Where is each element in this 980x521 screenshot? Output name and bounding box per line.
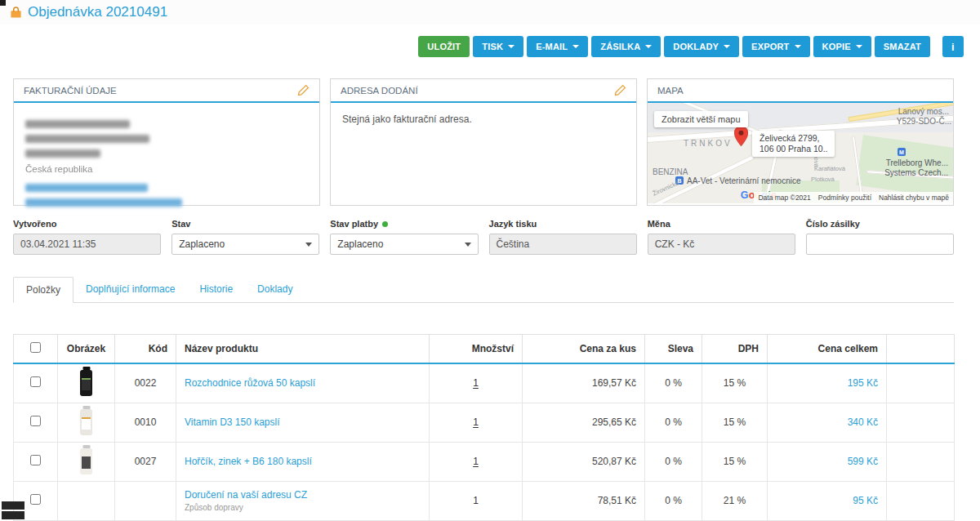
save-button[interactable]: ULOŽIT [418,36,470,57]
currency-label: Měna [648,219,670,229]
col-actions [887,335,955,364]
total-price-link[interactable]: 340 Kč [848,416,878,428]
row-subtitle: Způsob dopravy [185,503,421,512]
vat: 15 % [702,442,768,481]
tab-doplnujici-informace[interactable]: Doplňující informace [74,277,187,303]
info-button[interactable]: i [942,36,964,57]
col-nazev: Název produktu [176,335,430,364]
map-terms-link[interactable]: Podmínky použití [818,194,871,202]
col-cena-celkem: Cena celkem [768,335,887,364]
metro-icon: M [898,148,906,156]
street-label: Plotková [811,176,835,183]
map-marker-icon[interactable] [734,126,748,149]
map-label: Trelleborg Whe... [886,158,948,167]
row-actions [887,403,955,442]
tab-polozky[interactable]: Položky [13,277,74,303]
product-code: 0022 [115,363,176,403]
order-icon [10,7,22,19]
map-label: AA-Vet - Veterinární nemocnice [687,176,801,185]
delete-button[interactable]: SMAZAT [875,36,930,57]
col-obrazek: Obrázek [58,335,115,364]
payment-status-label: Stav platby [330,219,378,229]
chevron-down-icon [508,45,514,48]
product-link[interactable]: Rozchodnice růžová 50 kapslí [185,377,315,389]
map-label: Systems Czech... [884,168,948,177]
total-price-link[interactable]: 95 Kč [853,495,878,506]
row-checkbox[interactable] [30,376,41,387]
decoration [2,501,24,510]
map-marker-label: Želivecká 2799, 106 00 Praha 10.. [752,131,835,157]
map[interactable]: Zobrazit větší mapu Lanový mos... Y529-S… [648,103,953,203]
email-button[interactable]: E-MAIL [527,36,588,57]
decoration [2,511,24,519]
export-button[interactable]: EXPORT [742,36,809,57]
map-panel: MAPA Zobrazit větší mapu Lanový mos... Y… [647,78,954,206]
shipping-panel-title: ADRESA DODÁNÍ [341,86,418,96]
quantity-link[interactable]: 1 [473,456,479,467]
row-checkbox[interactable] [30,416,41,426]
copy-button[interactable]: KOPIE [813,36,871,57]
discount: 0 % [645,442,702,481]
quantity-link[interactable]: 1 [473,377,479,389]
redacted-link [25,198,182,207]
total-price-link[interactable]: 195 Kč [848,377,878,389]
payment-status-select[interactable]: Zaplaceno [330,234,478,255]
table-row: Doručení na vaší adresu CZ Způsob doprav… [14,481,955,520]
edit-shipping-icon[interactable] [614,84,626,96]
map-panel-title: MAPA [657,86,684,96]
larger-map-button[interactable]: Zobrazit větší mapu [654,111,748,127]
map-report-link[interactable]: Nahlásit chybu v mapě [879,194,949,202]
map-attribution: Data map ©2021 Podmínky použití Nahlásit… [754,192,953,203]
col-mnozstvi: Množství [430,335,523,364]
total-price-link[interactable]: 599 Kč [848,456,878,467]
map-label: BENZINA [653,167,688,176]
tracking-number-input[interactable] [806,234,954,255]
product-code: 0010 [115,403,176,442]
map-label: Y529-SDO-Č... [897,117,951,126]
shipping-panel: ADRESA DODÁNÍ Stejná jako fakturační adr… [330,78,637,206]
edit-billing-icon[interactable] [297,84,310,96]
info-icon: i [951,41,955,53]
toolbar: ULOŽIT TISK E-MAIL ZÁSILKA DOKLADY EXPOR… [0,24,980,57]
shipment-button[interactable]: ZÁSILKA [591,36,661,57]
col-dph: DPH [702,335,768,364]
redacted-link [25,184,148,192]
tab-historie[interactable]: Historie [187,277,245,303]
product-link[interactable]: Vitamin D3 150 kapslí [185,416,280,428]
items-table: Obrázek Kód Název produktu Množství Cena… [13,334,955,521]
product-image [80,448,92,474]
select-all-checkbox[interactable] [30,342,41,353]
billing-panel: FAKTURAČNÍ ÚDAJE Česká republika [13,78,320,206]
billing-panel-title: FAKTURAČNÍ ÚDAJE [24,86,117,96]
redacted-text [25,135,149,143]
discount: 0 % [645,481,702,520]
chevron-down-icon [645,45,652,48]
tab-doklady[interactable]: Doklady [245,277,305,303]
vat: 15 % [702,363,768,403]
col-kod: Kód [115,335,176,364]
unit-price: 520,87 Kč [523,442,645,481]
print-button[interactable]: TISK [473,36,523,57]
product-code [115,481,176,520]
topbar: Objednávka 20210491 [0,0,980,24]
quantity-link[interactable]: 1 [473,416,479,428]
row-checkbox[interactable] [30,455,41,465]
unit-price: 169,57 Kč [523,363,645,403]
documents-button[interactable]: DOKLADY [664,36,739,57]
unit-price: 78,51 Kč [523,481,645,520]
print-language-field: Čeština [489,234,637,255]
decoration [0,0,6,6]
status-select[interactable]: Zaplaceno [172,234,319,255]
product-link[interactable]: Hořčík, zinek + B6 180 kapslí [185,456,312,467]
vat: 15 % [702,403,768,442]
row-checkbox[interactable] [30,494,41,505]
product-image [80,370,92,396]
map-label: Lanový mos... [898,107,949,116]
redacted-text [25,149,100,158]
chevron-down-icon [305,243,312,247]
chevron-down-icon [572,45,579,48]
col-cena-za-kus: Cena za kus [523,335,645,364]
page-title: Objednávka 20210491 [28,4,167,20]
shipping-method-link[interactable]: Doručení na vaší adresu CZ [185,489,307,501]
order-fields: Vytvořeno 03.04.2021 11:35 Stav Zaplacen… [13,219,954,255]
